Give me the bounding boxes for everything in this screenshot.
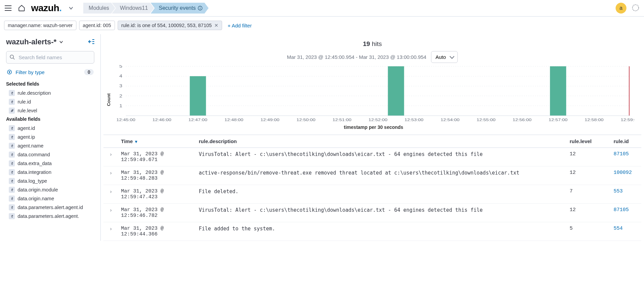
available-fields-header: Available fields xyxy=(6,115,94,124)
table-row: ›Mar 31, 2023 @ 12:59:46.782VirusTotal: … xyxy=(103,204,641,222)
col-description[interactable]: rule.description xyxy=(196,135,567,148)
field-type-icon: t xyxy=(9,213,15,219)
cell-level: 12 xyxy=(567,148,611,166)
cell-description: File deleted. xyxy=(196,185,567,204)
col-time[interactable]: Time▼ xyxy=(118,135,196,148)
field-name: data.parameters.alert.agent.id xyxy=(18,205,83,210)
index-pattern-selector[interactable]: wazuh-alerts-* xyxy=(6,38,63,46)
expand-row-icon[interactable]: › xyxy=(103,222,118,241)
cell-ruleid[interactable]: 553 xyxy=(611,185,641,204)
table-row: ›Mar 31, 2023 @ 12:59:44.366File added t… xyxy=(103,222,641,241)
field-item[interactable]: trule.id xyxy=(6,97,94,106)
newsfeed-icon[interactable] xyxy=(632,4,640,12)
cell-level: 7 xyxy=(567,185,611,204)
cell-level: 5 xyxy=(567,222,611,241)
expand-row-icon[interactable]: › xyxy=(103,166,118,185)
menu-toggle-icon[interactable] xyxy=(4,4,12,12)
cell-ruleid[interactable]: 554 xyxy=(611,222,641,241)
table-row: ›Mar 31, 2023 @ 12:59:48.283active-respo… xyxy=(103,166,641,185)
cell-ruleid[interactable]: 87105 xyxy=(611,204,641,222)
field-item[interactable]: tdata.parameters.alert.agent. xyxy=(6,212,94,221)
col-ruleid[interactable]: rule.id xyxy=(611,135,641,148)
collapse-sidebar-icon[interactable] xyxy=(88,39,94,46)
svg-text:12:59:00: 12:59:00 xyxy=(621,118,635,122)
field-name: rule.level xyxy=(18,108,37,113)
field-type-icon: t xyxy=(9,187,15,193)
expand-row-icon[interactable]: › xyxy=(103,185,118,204)
svg-text:12:52:00: 12:52:00 xyxy=(368,118,387,122)
y-axis-label: Count xyxy=(106,93,111,106)
field-name: agent.id xyxy=(18,126,35,131)
field-item[interactable]: tdata.origin.name xyxy=(6,194,94,203)
histogram-chart[interactable]: 1234512:45:0012:46:0012:47:0012:48:0012:… xyxy=(113,65,635,122)
field-item[interactable]: tagent.name xyxy=(6,141,94,150)
svg-rect-30 xyxy=(388,66,404,116)
app-switcher-chevron-icon[interactable] xyxy=(67,4,75,12)
field-item[interactable]: trule.description xyxy=(6,89,94,97)
field-item[interactable]: #rule.level xyxy=(6,106,94,115)
field-type-icon: t xyxy=(9,90,15,96)
add-filter-button[interactable]: + Add filter xyxy=(225,21,254,30)
field-item[interactable]: tdata.origin.module xyxy=(6,185,94,194)
field-item[interactable]: tagent.id xyxy=(6,124,94,133)
svg-text:3: 3 xyxy=(119,84,122,88)
svg-text:12:45:00: 12:45:00 xyxy=(116,118,135,122)
avatar[interactable]: a xyxy=(616,3,626,14)
search-fields-input[interactable] xyxy=(6,51,94,64)
cell-time: Mar 31, 2023 @ 12:59:49.671 xyxy=(118,148,196,166)
field-item[interactable]: tdata.parameters.alert.agent.id xyxy=(6,203,94,212)
field-name: rule.id xyxy=(18,99,31,105)
field-item[interactable]: tagent.ip xyxy=(6,133,94,141)
filter-by-type-button[interactable]: Filter by type xyxy=(7,69,45,75)
svg-text:1: 1 xyxy=(119,104,122,108)
cell-level: 12 xyxy=(567,204,611,222)
field-name: data.log_type xyxy=(18,178,47,184)
field-item[interactable]: tdata.log_type xyxy=(6,177,94,185)
cell-description: VirusTotal: Alert - c:\users\thecotilkin… xyxy=(196,148,567,166)
fields-sidebar: wazuh-alerts-* Filter by type 0 Selected… xyxy=(0,34,100,241)
field-item[interactable]: tdata.integration xyxy=(6,168,94,177)
field-type-icon: t xyxy=(9,204,15,210)
field-type-icon: t xyxy=(9,143,15,149)
field-name: data.command xyxy=(18,152,50,157)
field-name: data.integration xyxy=(18,169,51,175)
field-type-icon: t xyxy=(9,134,15,140)
expand-row-icon[interactable]: › xyxy=(103,148,118,166)
svg-text:12:47:00: 12:47:00 xyxy=(188,118,207,122)
filter-count-badge: 0 xyxy=(84,69,94,75)
breadcrumb-item[interactable]: Security events xyxy=(151,3,209,14)
field-type-icon: t xyxy=(9,160,15,166)
breadcrumb-item[interactable]: Modules xyxy=(83,3,115,14)
cell-time: Mar 31, 2023 @ 12:59:46.782 xyxy=(118,204,196,222)
svg-text:12:53:00: 12:53:00 xyxy=(405,118,424,122)
svg-text:12:48:00: 12:48:00 xyxy=(224,118,243,122)
svg-text:12:58:00: 12:58:00 xyxy=(585,118,603,122)
svg-text:12:50:00: 12:50:00 xyxy=(296,118,315,122)
x-axis-label: timestamp per 30 seconds xyxy=(113,124,635,130)
filter-pill[interactable]: rule.id: is one of 554, 100092, 553, 871… xyxy=(118,21,222,30)
results-table: Time▼ rule.description rule.level rule.i… xyxy=(103,135,641,241)
cell-ruleid[interactable]: 100092 xyxy=(611,166,641,185)
field-type-icon: t xyxy=(9,178,15,184)
field-type-icon: # xyxy=(9,108,15,114)
field-type-icon: t xyxy=(9,125,15,131)
interval-select[interactable]: Auto xyxy=(431,51,458,63)
table-row: ›Mar 31, 2023 @ 12:59:47.423File deleted… xyxy=(103,185,641,204)
field-name: data.origin.module xyxy=(18,187,58,192)
selected-fields-header: Selected fields xyxy=(6,80,94,89)
col-level[interactable]: rule.level xyxy=(567,135,611,148)
field-item[interactable]: tdata.extra_data xyxy=(6,159,94,168)
info-icon[interactable] xyxy=(198,6,202,10)
filter-pill[interactable]: agent.id: 005 xyxy=(79,21,115,30)
field-name: data.origin.name xyxy=(18,196,54,201)
close-icon[interactable]: ✕ xyxy=(214,23,218,28)
field-type-icon: t xyxy=(9,169,15,175)
cell-ruleid[interactable]: 87105 xyxy=(611,148,641,166)
cell-level: 12 xyxy=(567,166,611,185)
breadcrumb-item[interactable]: Windows11 xyxy=(112,3,154,14)
field-item[interactable]: tdata.command xyxy=(6,150,94,159)
home-icon[interactable] xyxy=(18,4,26,12)
filter-pill[interactable]: manager.name: wazuh-server xyxy=(4,21,76,30)
svg-text:12:55:00: 12:55:00 xyxy=(477,118,496,122)
expand-row-icon[interactable]: › xyxy=(103,204,118,222)
